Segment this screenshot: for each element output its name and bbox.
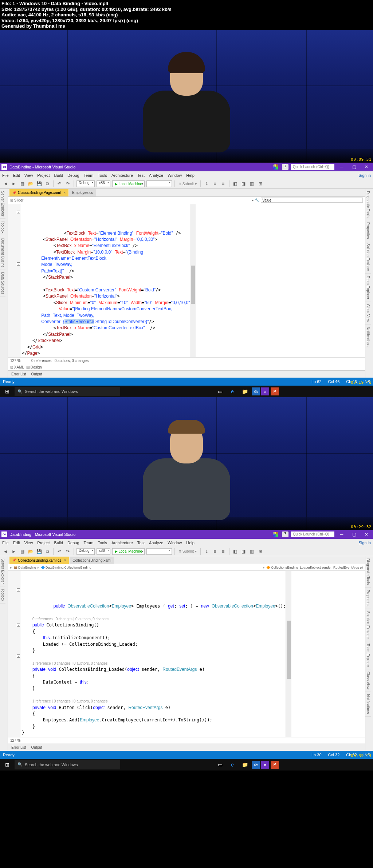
menu-window[interactable]: Window bbox=[168, 541, 182, 545]
rail-class-view[interactable]: Class View bbox=[365, 302, 371, 324]
rail-toolbox[interactable]: Toolbox bbox=[0, 586, 5, 604]
menu-build[interactable]: Build bbox=[54, 173, 63, 178]
minimize-button[interactable]: ─ bbox=[337, 532, 347, 537]
maximize-button[interactable]: ▢ bbox=[349, 164, 359, 170]
menu-edit[interactable]: Edit bbox=[13, 541, 20, 545]
save-all-icon[interactable]: ⧉ bbox=[44, 180, 51, 187]
uncomment-icon[interactable]: ≡ bbox=[220, 180, 227, 187]
menu-view[interactable]: View bbox=[24, 541, 33, 545]
feedback-flag-icon[interactable] bbox=[273, 532, 278, 537]
vs-titlebar[interactable]: DataBinding - Microsoft Visual Studio 7 … bbox=[0, 163, 373, 171]
quick-launch-input[interactable]: Quick Launch (Ctrl+Q) bbox=[291, 531, 334, 537]
platform-selector[interactable]: x86 bbox=[97, 548, 110, 555]
run-button[interactable]: Local Machine bbox=[112, 180, 145, 187]
toolbar-icon-c[interactable]: ▥ bbox=[249, 548, 255, 555]
target-selector[interactable] bbox=[146, 180, 172, 187]
xaml-element-picker[interactable]: ⊞ Slider bbox=[10, 198, 23, 202]
menu-project[interactable]: Project bbox=[37, 541, 50, 545]
nav-fwd-icon[interactable]: ► bbox=[11, 180, 17, 187]
comment-icon[interactable]: ≡ bbox=[212, 180, 218, 187]
toolbar-icon-d[interactable]: ⊞ bbox=[257, 548, 264, 555]
open-file-icon[interactable]: 📂 bbox=[27, 180, 34, 187]
taskview-icon[interactable]: ▭ bbox=[215, 386, 225, 397]
maximize-button[interactable]: ▢ bbox=[349, 532, 359, 537]
menu-help[interactable]: Help bbox=[186, 173, 195, 178]
config-selector[interactable]: Debug bbox=[76, 180, 95, 187]
menu-architecture[interactable]: Architecture bbox=[111, 173, 133, 178]
close-icon[interactable]: × bbox=[64, 558, 66, 562]
rail-diagnostic[interactable]: Diagnostic Tools bbox=[365, 189, 371, 220]
undo-icon[interactable]: ↶ bbox=[56, 548, 63, 555]
undo-icon[interactable]: ↶ bbox=[56, 180, 63, 187]
toolbar-icon-d[interactable]: ⊞ bbox=[257, 180, 264, 187]
menu-analyze[interactable]: Analyze bbox=[149, 173, 163, 178]
file-explorer-icon[interactable]: 📁 bbox=[239, 759, 250, 770]
redo-icon[interactable]: ↷ bbox=[64, 180, 71, 187]
rail-team-explorer[interactable]: Team Explorer bbox=[365, 641, 371, 669]
store-icon[interactable]: 🛍 bbox=[252, 761, 260, 769]
menu-file[interactable]: File bbox=[2, 541, 9, 545]
zoom-level[interactable]: 127 % bbox=[10, 359, 28, 363]
toolbar-icon-c[interactable]: ▥ bbox=[249, 180, 255, 187]
toolbar-icon-a[interactable]: ◧ bbox=[232, 180, 239, 187]
menu-edit[interactable]: Edit bbox=[13, 173, 20, 178]
toolbar-icon-b[interactable]: ◨ bbox=[240, 548, 247, 555]
csharp-code-editor[interactable]: - - - public ObservableCollection<Employ… bbox=[8, 571, 286, 737]
rail-solution-explorer[interactable]: Solution Explorer bbox=[365, 609, 371, 641]
submit-button[interactable]: ⬆ Submit ▾ bbox=[177, 549, 198, 553]
save-icon[interactable]: 💾 bbox=[36, 180, 42, 187]
rail-class-view[interactable]: Class View bbox=[365, 669, 371, 692]
powerpoint-icon[interactable]: P bbox=[271, 761, 279, 769]
redo-icon[interactable]: ↷ bbox=[64, 548, 71, 555]
vs-titlebar-2[interactable]: DataBinding - Microsoft Visual Studio 7 … bbox=[0, 530, 373, 539]
signin-link[interactable]: Sign in bbox=[358, 173, 371, 178]
nav-back-icon[interactable]: ◄ bbox=[2, 548, 9, 555]
nav-fwd-icon[interactable]: ► bbox=[11, 548, 17, 555]
close-button[interactable]: ✕ bbox=[361, 164, 372, 170]
menu-analyze[interactable]: Analyze bbox=[149, 541, 163, 545]
step-icon[interactable]: ⤵ bbox=[203, 180, 210, 187]
tab-errorlist[interactable]: Error List bbox=[10, 372, 27, 377]
tab-collectionsbinding-xaml[interactable]: CollectionsBinding.xaml bbox=[70, 557, 114, 564]
visualstudio-icon[interactable]: ∞ bbox=[261, 761, 269, 769]
quick-launch-input[interactable]: Quick Launch (Ctrl+Q) bbox=[291, 164, 334, 170]
start-button[interactable]: ⊞ bbox=[1, 386, 13, 397]
edge-icon[interactable]: e bbox=[227, 759, 238, 770]
run-button[interactable]: Local Machine bbox=[112, 548, 145, 555]
save-all-icon[interactable]: ⧉ bbox=[44, 548, 51, 555]
rail-properties[interactable]: Properties bbox=[365, 588, 371, 609]
target-selector[interactable] bbox=[146, 548, 172, 555]
close-icon[interactable]: × bbox=[64, 191, 66, 195]
close-button[interactable]: ✕ bbox=[361, 532, 372, 537]
platform-selector[interactable]: x86 bbox=[97, 180, 110, 187]
xaml-tab[interactable]: ⊡ XAML bbox=[10, 365, 24, 369]
bc-member[interactable]: 🔶 CollectionsBinding_Loaded(object sende… bbox=[263, 566, 363, 569]
rail-server-explorer[interactable]: Server Explorer bbox=[0, 556, 5, 586]
menu-build[interactable]: Build bbox=[54, 541, 63, 545]
rail-toolbox[interactable]: Toolbox bbox=[0, 219, 5, 236]
editor-scrollbar-2[interactable] bbox=[286, 571, 291, 737]
tab-classicbindingspage[interactable]: ClassicBindingsPage.xaml× bbox=[9, 189, 68, 196]
tab-output[interactable]: Output bbox=[30, 372, 43, 377]
menu-help[interactable]: Help bbox=[186, 541, 195, 545]
taskview-icon[interactable]: ▭ bbox=[215, 759, 225, 770]
menu-tools[interactable]: Tools bbox=[98, 541, 107, 545]
new-project-icon[interactable]: ▦ bbox=[19, 180, 25, 187]
config-selector[interactable]: Debug bbox=[76, 548, 95, 555]
notification-badge[interactable]: 7 bbox=[282, 164, 288, 170]
step-icon[interactable]: ⤵ bbox=[203, 548, 210, 555]
rail-properties[interactable]: Properties bbox=[365, 220, 371, 242]
minimize-button[interactable]: ─ bbox=[337, 164, 347, 170]
submit-button[interactable]: ⬆ Submit ▾ bbox=[177, 182, 198, 186]
save-icon[interactable]: 💾 bbox=[36, 548, 42, 555]
bc-namespace[interactable]: 📦 DataBinding bbox=[10, 566, 36, 569]
menu-debug[interactable]: Debug bbox=[67, 541, 79, 545]
feedback-flag-icon[interactable] bbox=[273, 164, 278, 170]
start-button[interactable]: ⊞ bbox=[1, 759, 13, 771]
uncomment-icon[interactable]: ≡ bbox=[220, 548, 227, 555]
tab-errorlist[interactable]: Error List bbox=[10, 745, 27, 750]
tab-output[interactable]: Output bbox=[30, 745, 43, 750]
menu-test[interactable]: Test bbox=[137, 173, 145, 178]
rail-data-sources[interactable]: Data Sources bbox=[0, 270, 5, 297]
menu-file[interactable]: File bbox=[2, 173, 9, 178]
